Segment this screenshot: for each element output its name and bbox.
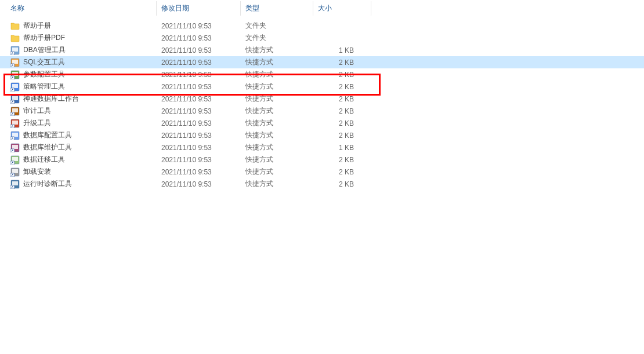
file-name-label: 升级工具 (23, 118, 51, 128)
svg-rect-22 (12, 133, 18, 137)
file-rows-container: 帮助手册2021/11/10 9:53文件夹帮助手册PDF2021/11/10 … (0, 20, 644, 190)
file-name-label: 卸载安装 (23, 167, 51, 177)
file-name-label: 帮助手册PDF (23, 33, 65, 43)
file-name-cell[interactable]: 升级工具 (0, 118, 157, 128)
file-type-cell: 快捷方式 (241, 82, 313, 92)
svg-rect-19 (12, 121, 18, 125)
svg-rect-25 (12, 145, 18, 149)
file-name-cell[interactable]: 参数配置工具 (0, 70, 157, 79)
shortcut-dbconfig-icon (10, 131, 20, 140)
file-type-cell: 快捷方式 (241, 143, 313, 152)
file-row[interactable]: 运行时诊断工具2021/11/10 9:53快捷方式2 KB (0, 178, 644, 190)
file-date-cell: 2021/11/10 9:53 (157, 119, 241, 127)
file-row[interactable]: 数据库维护工具2021/11/10 9:53快捷方式1 KB (0, 141, 644, 154)
column-header-type[interactable]: 类型 (241, 1, 313, 16)
shortcut-maint-icon (10, 143, 20, 152)
file-name-cell[interactable]: 数据迁移工具 (0, 155, 157, 165)
file-name-cell[interactable]: 策略管理工具 (0, 82, 157, 92)
shortcut-uninstall-icon (10, 167, 20, 177)
file-size-cell: 2 KB (313, 95, 371, 103)
svg-rect-7 (12, 72, 18, 76)
file-type-cell: 快捷方式 (241, 94, 313, 104)
file-row[interactable]: SQL交互工具2021/11/10 9:53快捷方式2 KB (0, 56, 644, 68)
file-date-cell: 2021/11/10 9:53 (157, 71, 241, 79)
file-row[interactable]: 审计工具2021/11/10 9:53快捷方式2 KB (0, 105, 644, 117)
file-name-label: SQL交互工具 (23, 57, 65, 67)
column-header-name[interactable]: 名称 (0, 1, 157, 16)
file-date-cell: 2021/11/10 9:53 (157, 59, 241, 67)
file-date-cell: 2021/11/10 9:53 (157, 95, 241, 103)
file-row[interactable]: 卸载安装2021/11/10 9:53快捷方式2 KB (0, 166, 644, 178)
file-size-cell: 1 KB (313, 144, 371, 152)
file-name-cell[interactable]: 数据库配置工具 (0, 130, 157, 140)
file-type-cell: 快捷方式 (241, 45, 313, 55)
file-row[interactable]: 帮助手册PDF2021/11/10 9:53文件夹 (0, 32, 644, 44)
file-name-label: 审计工具 (23, 106, 51, 116)
shortcut-upgrade-icon (10, 119, 20, 128)
file-name-cell[interactable]: DBA管理工具 (0, 45, 157, 55)
file-size-cell: 2 KB (313, 59, 371, 67)
file-name-cell[interactable]: 运行时诊断工具 (0, 179, 157, 189)
svg-rect-4 (12, 60, 18, 64)
svg-rect-13 (12, 96, 18, 100)
file-size-cell: 2 KB (313, 107, 371, 115)
file-row[interactable]: 升级工具2021/11/10 9:53快捷方式2 KB (0, 117, 644, 129)
file-row[interactable]: 策略管理工具2021/11/10 9:53快捷方式2 KB (0, 81, 644, 93)
file-name-label: 帮助手册 (23, 21, 51, 31)
file-type-cell: 文件夹 (241, 33, 313, 43)
file-row[interactable]: 参数配置工具2021/11/10 9:53快捷方式2 KB (0, 68, 644, 81)
file-date-cell: 2021/11/10 9:53 (157, 34, 241, 42)
file-name-cell[interactable]: 数据库维护工具 (0, 143, 157, 152)
file-name-cell[interactable]: 卸载安装 (0, 167, 157, 177)
svg-rect-28 (12, 157, 18, 161)
svg-rect-1 (12, 48, 18, 52)
file-type-cell: 快捷方式 (241, 106, 313, 116)
file-type-cell: 快捷方式 (241, 179, 313, 189)
file-date-cell: 2021/11/10 9:53 (157, 107, 241, 115)
column-header-row: 名称 修改日期 类型 大小 (0, 0, 644, 16)
shortcut-config-icon (10, 70, 20, 79)
svg-rect-31 (12, 169, 18, 173)
file-date-cell: 2021/11/10 9:53 (157, 156, 241, 164)
file-row[interactable]: 数据库配置工具2021/11/10 9:53快捷方式2 KB (0, 129, 644, 141)
folder-icon (10, 34, 20, 43)
file-date-cell: 2021/11/10 9:53 (157, 180, 241, 188)
file-row[interactable]: 数据迁移工具2021/11/10 9:53快捷方式2 KB (0, 154, 644, 166)
file-size-cell: 2 KB (313, 180, 371, 188)
file-list-view: 名称 修改日期 类型 大小 帮助手册2021/11/10 9:53文件夹帮助手册… (0, 0, 644, 190)
shortcut-policy-icon (10, 82, 20, 92)
file-type-cell: 文件夹 (241, 21, 313, 31)
folder-icon (10, 21, 20, 31)
file-row[interactable]: DBA管理工具2021/11/10 9:53快捷方式1 KB (0, 44, 644, 56)
file-date-cell: 2021/11/10 9:53 (157, 83, 241, 91)
file-row[interactable]: 神通数据库工作台2021/11/10 9:53快捷方式2 KB (0, 93, 644, 105)
file-name-cell[interactable]: 帮助手册PDF (0, 33, 157, 43)
file-name-cell[interactable]: 帮助手册 (0, 21, 157, 31)
column-header-size[interactable]: 大小 (313, 1, 371, 16)
file-name-cell[interactable]: SQL交互工具 (0, 57, 157, 67)
file-type-cell: 快捷方式 (241, 155, 313, 165)
file-date-cell: 2021/11/10 9:53 (157, 132, 241, 140)
file-date-cell: 2021/11/10 9:53 (157, 22, 241, 30)
column-header-date[interactable]: 修改日期 (157, 1, 241, 16)
file-type-cell: 快捷方式 (241, 130, 313, 140)
shortcut-sql-icon (10, 58, 20, 67)
file-name-label: 策略管理工具 (23, 82, 65, 92)
file-name-cell[interactable]: 审计工具 (0, 106, 157, 116)
svg-rect-10 (12, 84, 18, 88)
file-type-cell: 快捷方式 (241, 70, 313, 79)
file-name-label: 参数配置工具 (23, 70, 65, 79)
file-row[interactable]: 帮助手册2021/11/10 9:53文件夹 (0, 20, 644, 32)
shortcut-db-icon (10, 46, 20, 55)
svg-rect-16 (12, 108, 18, 112)
svg-rect-34 (12, 181, 18, 185)
file-type-cell: 快捷方式 (241, 57, 313, 67)
file-name-label: 数据库配置工具 (23, 130, 72, 140)
file-size-cell: 2 KB (313, 168, 371, 176)
file-size-cell: 2 KB (313, 156, 371, 164)
file-size-cell: 1 KB (313, 46, 371, 54)
file-name-label: 数据库维护工具 (23, 143, 72, 152)
file-size-cell: 2 KB (313, 132, 371, 140)
file-name-cell[interactable]: 神通数据库工作台 (0, 94, 157, 104)
file-name-label: DBA管理工具 (23, 45, 66, 55)
